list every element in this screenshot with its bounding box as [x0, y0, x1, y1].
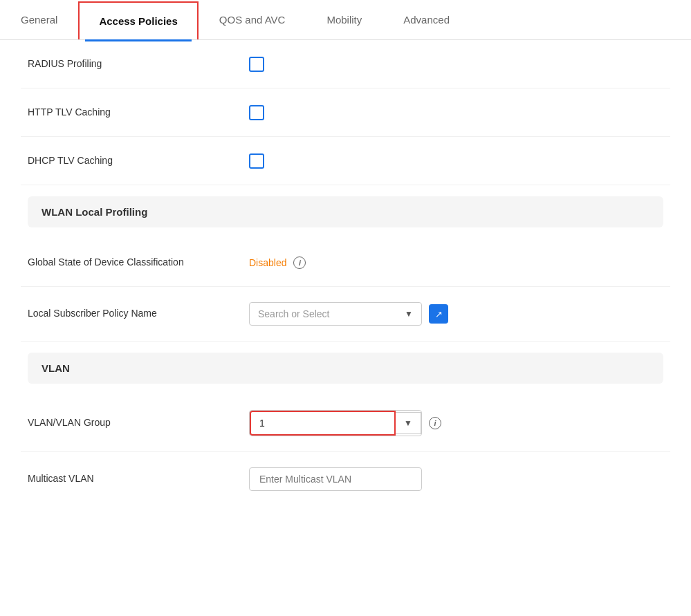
vlan-group-row: VLAN/VLAN Group 1 ▼ i — [21, 395, 670, 452]
global-state-label: Global State of Device Classification — [28, 256, 249, 270]
local-subscriber-label: Local Subscriber Policy Name — [28, 307, 249, 321]
local-subscriber-control: Search or Select ▼ ↗ — [249, 302, 663, 326]
tab-access-policies[interactable]: Access Policies — [78, 1, 198, 39]
dhcp-tlv-caching-row: DHCP TLV Caching — [21, 137, 670, 185]
vlan-group-value: 1 — [250, 411, 396, 436]
http-tlv-caching-checkbox[interactable] — [249, 105, 264, 120]
global-state-control: Disabled i — [249, 256, 663, 269]
local-subscriber-external-link-icon[interactable]: ↗ — [429, 304, 448, 324]
http-tlv-caching-control — [249, 105, 663, 120]
wlan-local-profiling-section: WLAN Local Profiling — [21, 191, 670, 233]
vlan-group-label: VLAN/VLAN Group — [28, 416, 249, 430]
radius-profiling-label: RADIUS Profiling — [28, 57, 249, 71]
global-state-info-icon[interactable]: i — [293, 256, 306, 269]
http-tlv-caching-row: HTTP TLV Caching — [21, 88, 670, 137]
multicast-vlan-row: Multicast VLAN — [21, 452, 670, 506]
local-subscriber-placeholder: Search or Select — [258, 308, 400, 319]
http-tlv-caching-label: HTTP TLV Caching — [28, 106, 249, 120]
dhcp-tlv-caching-label: DHCP TLV Caching — [28, 154, 249, 168]
radius-profiling-control — [249, 57, 663, 72]
local-subscriber-dropdown[interactable]: Search or Select ▼ — [249, 302, 422, 326]
vlan-section: VLAN — [21, 347, 670, 389]
tab-advanced[interactable]: Advanced — [383, 0, 470, 39]
multicast-vlan-input[interactable] — [249, 467, 422, 491]
dhcp-tlv-caching-checkbox[interactable] — [249, 153, 264, 169]
global-state-value: Disabled — [249, 257, 286, 268]
dhcp-tlv-caching-control — [249, 153, 663, 169]
radius-profiling-checkbox[interactable] — [249, 57, 264, 72]
vlan-group-info-icon[interactable]: i — [429, 417, 441, 429]
vlan-section-header: VLAN — [28, 353, 663, 384]
tab-general[interactable]: General — [14, 0, 78, 39]
local-subscriber-chevron-icon: ▼ — [405, 309, 413, 319]
vlan-group-chevron-icon: ▼ — [396, 412, 421, 434]
multicast-vlan-label: Multicast VLAN — [28, 472, 249, 486]
wlan-local-profiling-header: WLAN Local Profiling — [28, 196, 663, 227]
tab-navigation: General Access Policies QOS and AVC Mobi… — [0, 0, 691, 40]
tab-qos-avc[interactable]: QOS and AVC — [199, 0, 306, 39]
local-subscriber-row: Local Subscriber Policy Name Search or S… — [21, 287, 670, 342]
global-state-row: Global State of Device Classification Di… — [21, 239, 670, 287]
content-area: RADIUS Profiling HTTP TLV Caching DHCP T… — [0, 40, 691, 506]
radius-profiling-row: RADIUS Profiling — [21, 40, 670, 88]
vlan-group-control: 1 ▼ i — [249, 410, 663, 436]
vlan-group-dropdown[interactable]: 1 ▼ — [249, 410, 422, 436]
multicast-vlan-control — [249, 467, 663, 491]
tab-mobility[interactable]: Mobility — [306, 0, 383, 39]
